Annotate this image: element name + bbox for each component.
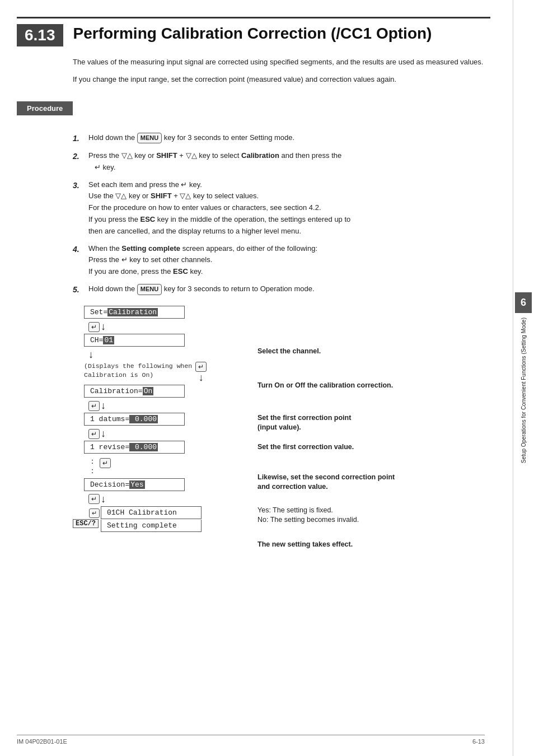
diagram-box-calibration: Calibration=On — [84, 385, 185, 398]
decision-highlight: Yes — [129, 480, 144, 489]
step-2: 2. Press the ▽△ key or SHIFT + ▽△ key to… — [73, 150, 490, 174]
label-final: The new setting takes effect. — [257, 540, 353, 550]
enter-symbol-1: ↵ — [88, 322, 100, 332]
diagram-box-datums: 1 datums= 0.000 — [84, 413, 185, 426]
label-row-likewise: Likewise, set the second correction poin… — [257, 466, 395, 498]
diagram-box-revise: 1 revise= 0.000 — [84, 441, 185, 454]
label-row-calibration: Turn On or Off the calibration correctio… — [257, 365, 395, 405]
diagram-box-final-2: Setting complete — [101, 520, 202, 532]
right-sidebar: 6 Setup Operations for Convenient Functi… — [513, 0, 534, 756]
label-row-decision: Yes: The setting is fixed.No: The settin… — [257, 501, 395, 530]
label-datums: Set the first correction point(input val… — [257, 413, 351, 433]
intro-paragraph-1: The values of the measuring input signal… — [73, 57, 490, 68]
sidebar-text: Setup Operations for Convenient Function… — [520, 318, 527, 463]
section-title: Performing Calibration Correction (/CC1 … — [73, 24, 432, 43]
label-revise: Set the first correction value. — [257, 442, 354, 452]
diagram-box-ch: CH=01 — [84, 334, 185, 347]
ch-highlight: 01 — [103, 336, 114, 344]
page-container: 6.13 Performing Calibration Correction (… — [0, 0, 534, 756]
label-row-revise: Set the first correction value. — [257, 440, 395, 464]
footer-right: 6-13 — [472, 738, 485, 745]
step-2-content: Press the ▽△ key or SHIFT + ▽△ key to se… — [88, 150, 490, 174]
step-2-number: 2. — [73, 150, 88, 162]
step-4-number: 4. — [73, 243, 88, 255]
diagram-box-set-calibration: Set=Calibration — [84, 306, 185, 319]
label-likewise: Likewise, set the second correction poin… — [257, 473, 395, 492]
step-5-number: 5. — [73, 283, 88, 296]
steps-container: 1. Hold down the MENU key for 3 seconds … — [73, 132, 490, 296]
section-header: 6.13 Performing Calibration Correction (… — [17, 17, 490, 46]
revise-highlight: 0.000 — [129, 443, 158, 451]
label-decision: Yes: The setting is fixed.No: The settin… — [257, 506, 359, 525]
calibration-note: (Displays the following whenCalibration … — [84, 362, 192, 380]
diagram-box-final-1: 01CH Calibration — [101, 506, 202, 519]
section-number: 6.13 — [17, 24, 63, 46]
enter-symbol-2: ↵ — [195, 362, 207, 372]
label-row-datums: Set the first correction point(input val… — [257, 408, 395, 438]
step-5: 5. Hold down the MENU key for 3 seconds … — [73, 283, 490, 296]
page-footer: IM 04P02B01-01E 6-13 — [17, 735, 485, 745]
enter-esc-1: ↵ — [89, 508, 100, 518]
step-4-content: When the Setting complete screen appears… — [88, 243, 490, 278]
step-3-number: 3. — [73, 179, 88, 192]
label-row-final: The new setting takes effect. — [257, 532, 395, 557]
procedure-label: Procedure — [17, 101, 73, 115]
label-channel: Select the channel. — [257, 347, 321, 357]
enter-symbol-3: ↵ — [88, 401, 100, 411]
intro-paragraph-2: If you change the input range, set the c… — [73, 74, 490, 86]
step-1-number: 1. — [73, 132, 88, 144]
enter-symbol-5: ↵ — [100, 458, 111, 468]
enter-symbol-4: ↵ — [88, 429, 100, 439]
label-calibration: Turn On or Off the calibration correctio… — [257, 381, 393, 391]
enter-symbol-6: ↵ — [88, 494, 100, 504]
section-tab-number: 6 — [515, 292, 532, 313]
step-5-content: Hold down the MENU key for 3 seconds to … — [88, 283, 490, 295]
menu-key-1: MENU — [137, 133, 162, 144]
diagram-container: Set=Calibration ↵ ↓ CH=01 ↓ — [73, 306, 490, 559]
calibration-on-highlight: On — [143, 387, 154, 395]
step-3-content: Set each item and press the ↵ key. Use t… — [88, 179, 490, 237]
diagram-labels: Select the channel. Turn On or Off the c… — [257, 339, 395, 559]
step-1: 1. Hold down the MENU key for 3 seconds … — [73, 132, 490, 144]
main-content: 6.13 Performing Calibration Correction (… — [0, 0, 513, 756]
esc-label: ESC/? — [73, 519, 99, 528]
diagram-box-decision: Decision=Yes — [84, 478, 185, 491]
calibration-highlight: Calibration — [107, 308, 158, 316]
menu-key-2: MENU — [137, 284, 162, 295]
step-3: 3. Set each item and press the ↵ key. Us… — [73, 179, 490, 237]
datums-highlight: 0.000 — [129, 415, 158, 423]
step-4: 4. When the Setting complete screen appe… — [73, 243, 490, 278]
footer-left: IM 04P02B01-01E — [17, 738, 67, 745]
step-1-content: Hold down the MENU key for 3 seconds to … — [88, 132, 490, 144]
label-row-channel: Select the channel. — [257, 339, 395, 363]
